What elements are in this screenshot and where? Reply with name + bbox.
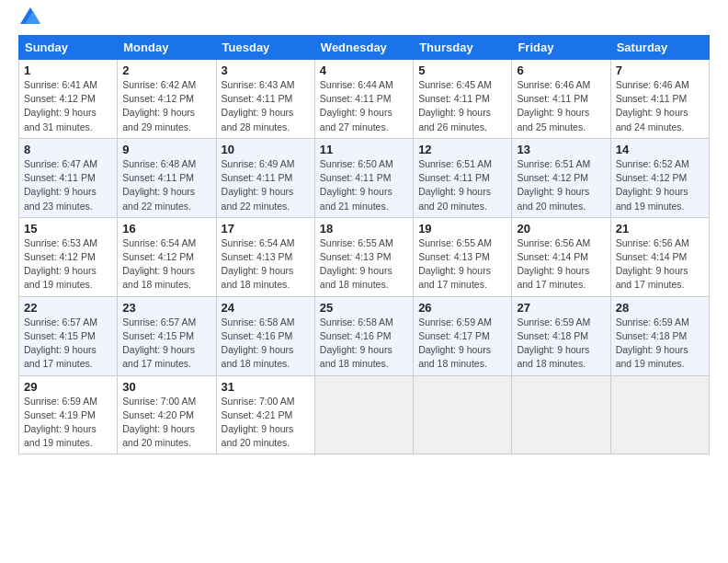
calendar-cell: 5Sunrise: 6:45 AMSunset: 4:11 PMDaylight…	[414, 60, 512, 139]
sunrise-text: Sunrise: 6:58 AM	[320, 316, 408, 329]
day-info: Sunrise: 6:46 AMSunset: 4:11 PMDaylight:…	[517, 78, 605, 134]
day-number: 9	[122, 143, 210, 156]
day-info: Sunrise: 6:53 AMSunset: 4:12 PMDaylight:…	[24, 236, 112, 293]
sunset-text: Sunset: 4:12 PM	[122, 92, 210, 106]
sunrise-text: Sunrise: 6:43 AM	[222, 78, 310, 92]
daylight-text: Daylight: 9 hours and 18 minutes.	[418, 343, 506, 371]
sunset-text: Sunset: 4:11 PM	[616, 92, 704, 106]
sunset-text: Sunset: 4:11 PM	[24, 171, 112, 185]
day-number: 6	[517, 63, 605, 77]
sunrise-text: Sunrise: 6:59 AM	[616, 316, 704, 329]
calendar-cell	[414, 375, 512, 454]
day-number: 27	[517, 301, 605, 315]
calendar-week-5: 29Sunrise: 6:59 AMSunset: 4:19 PMDayligh…	[19, 375, 710, 454]
daylight-text: Daylight: 9 hours and 31 minutes.	[24, 106, 112, 133]
logo-icon	[20, 7, 40, 24]
daylight-text: Daylight: 9 hours and 17 minutes.	[616, 264, 704, 292]
sunset-text: Sunset: 4:11 PM	[122, 171, 210, 185]
day-info: Sunrise: 6:58 AMSunset: 4:16 PMDaylight:…	[320, 316, 408, 372]
day-number: 21	[616, 222, 704, 236]
calendar-cell: 16Sunrise: 6:54 AMSunset: 4:12 PMDayligh…	[118, 217, 216, 296]
sunrise-text: Sunrise: 6:46 AM	[616, 78, 704, 92]
sunrise-text: Sunrise: 6:54 AM	[222, 236, 310, 250]
calendar-cell: 31Sunrise: 7:00 AMSunset: 4:21 PMDayligh…	[216, 375, 314, 454]
sunset-text: Sunset: 4:19 PM	[24, 408, 112, 422]
daylight-text: Daylight: 9 hours and 18 minutes.	[517, 343, 605, 371]
day-info: Sunrise: 6:59 AMSunset: 4:18 PMDaylight:…	[616, 316, 704, 372]
calendar-cell: 6Sunrise: 6:46 AMSunset: 4:11 PMDaylight…	[512, 60, 610, 139]
day-info: Sunrise: 6:56 AMSunset: 4:14 PMDaylight:…	[616, 236, 704, 293]
calendar-cell: 23Sunrise: 6:57 AMSunset: 4:15 PMDayligh…	[118, 296, 216, 375]
sunset-text: Sunset: 4:21 PM	[222, 408, 310, 422]
sunrise-text: Sunrise: 6:59 AM	[517, 316, 605, 329]
sunrise-text: Sunrise: 6:49 AM	[222, 157, 310, 171]
day-number: 19	[418, 222, 506, 236]
daylight-text: Daylight: 9 hours and 19 minutes.	[24, 264, 112, 292]
daylight-text: Daylight: 9 hours and 27 minutes.	[320, 106, 408, 133]
day-info: Sunrise: 6:57 AMSunset: 4:15 PMDaylight:…	[24, 316, 112, 372]
day-number: 14	[616, 143, 704, 156]
day-number: 13	[517, 143, 605, 156]
sunset-text: Sunset: 4:11 PM	[222, 171, 310, 185]
day-number: 31	[222, 380, 310, 394]
sunset-text: Sunset: 4:12 PM	[517, 171, 605, 185]
day-info: Sunrise: 6:48 AMSunset: 4:11 PMDaylight:…	[122, 157, 210, 213]
calendar-cell: 2Sunrise: 6:42 AMSunset: 4:12 PMDaylight…	[118, 60, 216, 139]
calendar-cell	[314, 375, 413, 454]
daylight-text: Daylight: 9 hours and 28 minutes.	[222, 106, 310, 133]
day-number: 24	[222, 301, 310, 315]
daylight-text: Daylight: 9 hours and 17 minutes.	[122, 343, 210, 371]
day-number: 3	[222, 63, 310, 77]
daylight-text: Daylight: 9 hours and 19 minutes.	[616, 343, 704, 371]
sunrise-text: Sunrise: 6:48 AM	[122, 157, 210, 171]
sunset-text: Sunset: 4:11 PM	[418, 92, 506, 106]
day-number: 5	[418, 63, 506, 77]
sunset-text: Sunset: 4:12 PM	[24, 92, 112, 106]
day-info: Sunrise: 7:00 AMSunset: 4:20 PMDaylight:…	[122, 395, 210, 451]
sunrise-text: Sunrise: 6:51 AM	[517, 157, 605, 171]
sunrise-text: Sunrise: 6:51 AM	[418, 157, 506, 171]
sunset-text: Sunset: 4:11 PM	[320, 171, 408, 185]
day-info: Sunrise: 6:41 AMSunset: 4:12 PMDaylight:…	[24, 78, 112, 134]
day-info: Sunrise: 6:47 AMSunset: 4:11 PMDaylight:…	[24, 157, 112, 213]
day-info: Sunrise: 6:46 AMSunset: 4:11 PMDaylight:…	[616, 78, 704, 134]
calendar-cell: 4Sunrise: 6:44 AMSunset: 4:11 PMDaylight…	[314, 60, 413, 139]
sunset-text: Sunset: 4:11 PM	[222, 92, 310, 106]
sunrise-text: Sunrise: 6:56 AM	[517, 236, 605, 250]
day-number: 18	[320, 222, 408, 236]
main-container: SundayMondayTuesdayWednesdayThursdayFrid…	[0, 0, 728, 464]
day-number: 20	[517, 222, 605, 236]
day-number: 22	[24, 301, 112, 315]
sunset-text: Sunset: 4:13 PM	[222, 250, 310, 264]
daylight-text: Daylight: 9 hours and 22 minutes.	[122, 185, 210, 213]
daylight-text: Daylight: 9 hours and 23 minutes.	[24, 185, 112, 213]
sunrise-text: Sunrise: 6:44 AM	[320, 78, 408, 92]
calendar-cell: 11Sunrise: 6:50 AMSunset: 4:11 PMDayligh…	[314, 138, 413, 217]
sunset-text: Sunset: 4:15 PM	[122, 329, 210, 343]
sunset-text: Sunset: 4:13 PM	[320, 250, 408, 264]
day-info: Sunrise: 6:59 AMSunset: 4:18 PMDaylight:…	[517, 316, 605, 372]
calendar-cell: 29Sunrise: 6:59 AMSunset: 4:19 PMDayligh…	[19, 375, 118, 454]
daylight-text: Daylight: 9 hours and 26 minutes.	[418, 106, 506, 133]
daylight-text: Daylight: 9 hours and 18 minutes.	[320, 264, 408, 292]
calendar-cell: 8Sunrise: 6:47 AMSunset: 4:11 PMDaylight…	[19, 138, 118, 217]
calendar-week-1: 1Sunrise: 6:41 AMSunset: 4:12 PMDaylight…	[19, 60, 710, 139]
day-info: Sunrise: 6:55 AMSunset: 4:13 PMDaylight:…	[418, 236, 506, 293]
calendar-week-2: 8Sunrise: 6:47 AMSunset: 4:11 PMDaylight…	[19, 138, 710, 217]
sunset-text: Sunset: 4:11 PM	[517, 92, 605, 106]
calendar-cell: 17Sunrise: 6:54 AMSunset: 4:13 PMDayligh…	[216, 217, 314, 296]
weekday-header-saturday: Saturday	[610, 36, 709, 60]
day-info: Sunrise: 6:42 AMSunset: 4:12 PMDaylight:…	[122, 78, 210, 134]
sunrise-text: Sunrise: 6:53 AM	[24, 236, 112, 250]
day-number: 30	[122, 380, 210, 394]
calendar-cell	[512, 375, 610, 454]
calendar-cell: 19Sunrise: 6:55 AMSunset: 4:13 PMDayligh…	[414, 217, 512, 296]
sunset-text: Sunset: 4:14 PM	[616, 250, 704, 264]
sunset-text: Sunset: 4:15 PM	[24, 329, 112, 343]
calendar-cell: 30Sunrise: 7:00 AMSunset: 4:20 PMDayligh…	[118, 375, 216, 454]
weekday-header-wednesday: Wednesday	[314, 36, 413, 60]
day-info: Sunrise: 6:58 AMSunset: 4:16 PMDaylight:…	[222, 316, 310, 372]
weekday-header-monday: Monday	[118, 36, 216, 60]
calendar-cell: 18Sunrise: 6:55 AMSunset: 4:13 PMDayligh…	[314, 217, 413, 296]
day-number: 17	[222, 222, 310, 236]
